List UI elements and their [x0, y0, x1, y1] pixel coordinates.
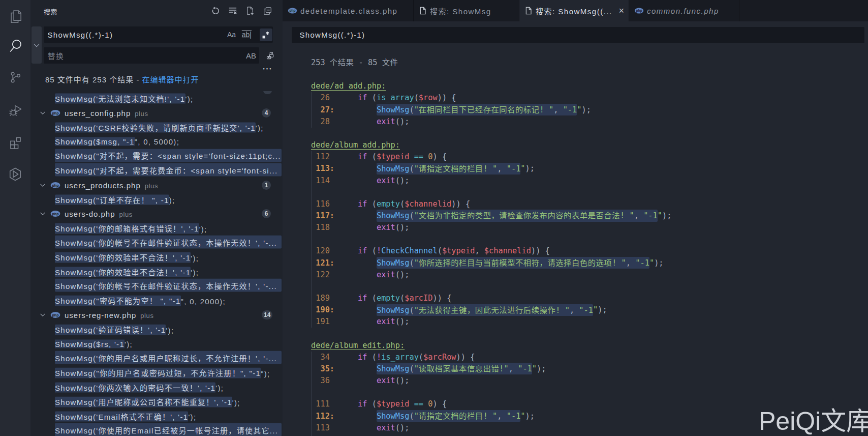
tree-file-row[interactable]: phpusers_config.phpplus4	[30, 105, 283, 120]
search-editor-content[interactable]: 253 个结果 - 85 文件dede/ad_add.php: 26 if (i…	[283, 43, 868, 436]
tree-match-row[interactable]: ShowMsg('CSRF校验失败，请刷新页面重新提交', '-1');	[30, 120, 283, 134]
chevron-down-icon[interactable]	[39, 311, 47, 319]
tree-match-row[interactable]: ShowMsg($rs, '-1');	[30, 337, 283, 351]
more-actions-button[interactable]: ⋯	[260, 63, 274, 73]
toggle-replace-button[interactable]	[32, 26, 42, 64]
tree-match-row[interactable]: ShowMsg('你的效验串不合法！', '-1');	[30, 265, 283, 279]
activity-item-explorer[interactable]	[0, 0, 30, 31]
tree-match-row[interactable]: ShowMsg('你使用的Email已经被另一帐号注册，请使其它...	[30, 423, 283, 436]
code-line: 113: ShowMsg("请指定文档的栏目! ", "-1");	[311, 163, 535, 175]
search-input[interactable]: ShowMsg((.*)-1) Aa ab|	[44, 26, 273, 43]
match-text: ShowMsg('你使用的Email已经被另一帐号注册，请使其它...	[55, 423, 282, 436]
tab-2[interactable]: 搜索: ShowMsg	[414, 0, 519, 21]
activity-item-extensions[interactable]	[0, 127, 30, 157]
match-count-badge: 1	[262, 181, 271, 190]
tree-match-row[interactable]: ShowMsg('你的帐号不在邮件验证状态，本操作无效！', '-...	[30, 236, 283, 250]
tree-match-row[interactable]: ShowMsg($msg, "-1", 0, 5000);	[30, 134, 283, 149]
activity-item-run-and-debug[interactable]	[0, 95, 30, 125]
match-line: ShowMsg('你的邮箱格式有错误！', '-1');	[55, 223, 207, 234]
svg-text:php: php	[52, 212, 59, 216]
tree-match-row[interactable]: ShowMsg("密码不能为空！ ", "-1", 0, 2000);	[30, 294, 283, 308]
chevron-down-icon[interactable]	[39, 109, 47, 117]
code-line: 116 if (empty($channelid)) {	[311, 198, 470, 210]
whole-word-icon[interactable]: ab|	[242, 31, 252, 39]
collapse-all-icon	[263, 7, 272, 15]
match-line: ShowMsg($msg, "-1", 0, 5000);	[55, 137, 179, 146]
editor-group: phpdedetemplate.class.php搜索: ShowMsg搜索: …	[283, 0, 868, 436]
tab-4[interactable]: phpcommon.func.php	[629, 0, 739, 21]
indent-guide	[312, 151, 312, 328]
match-text: ShowMsg("对不起，需要花费金币：<span style='font-si…	[55, 163, 282, 177]
clear-search-results-icon	[228, 6, 237, 15]
open-new-search-editor-button[interactable]	[245, 6, 255, 16]
tree-match-row[interactable]: ShowMsg('你的效验串不合法！', '-1');	[30, 250, 283, 264]
code-line: 117: ShowMsg("文档为非指定的类型，请检查你发布内容的表单是否合法!…	[311, 210, 671, 222]
code-line: 191 exit();	[311, 316, 409, 328]
open-in-editor-link[interactable]: 在编辑器中打开	[142, 75, 199, 84]
code-line: 120 if (!CheckChannel($typeid, $channeli…	[311, 245, 550, 257]
replace-input[interactable]: 替换 AB	[44, 47, 260, 64]
collapse-all-button[interactable]	[262, 6, 272, 16]
activity-item-custom-cube[interactable]	[0, 158, 30, 189]
file-folder: plus	[119, 211, 133, 218]
file-folder: plus	[145, 182, 158, 189]
code-line: 26 if (is_array($row)) {	[311, 92, 456, 104]
regex-icon[interactable]	[260, 28, 272, 41]
tree-file-row[interactable]: phpusers-reg-new.phpplus14	[30, 308, 283, 322]
match-case-icon[interactable]: Aa	[227, 31, 236, 39]
explorer-icon	[9, 8, 22, 23]
match-text: ShowMsg($rs, '-1	[55, 339, 125, 348]
tree-match-row[interactable]: ShowMsg('你的用户名或用户昵称过长，不允许注册！', '-...	[30, 351, 283, 365]
activity-item-source-control[interactable]	[0, 62, 30, 93]
match-rest: ");	[261, 369, 270, 377]
chevron-down-icon[interactable]	[39, 181, 47, 189]
tree-match-row[interactable]: ShowMsg("对不起，需要花费金币：<span style='font-si…	[30, 163, 283, 178]
search-editor-query-box[interactable]: ShowMsg((.*)-1)	[292, 27, 864, 43]
preserve-case-icon[interactable]: AB	[246, 51, 256, 60]
tree-match-row[interactable]: ShowMsg('验证码错误！', '-1');	[30, 322, 283, 336]
match-text: ShowMsg('用户昵称或公司名称不能重复！', '-1	[55, 397, 232, 407]
match-rest: ');	[232, 398, 240, 406]
file-path-link[interactable]: dede/album_edit.php:	[311, 340, 405, 352]
code-line: 118 exit();	[311, 222, 409, 234]
tree-match-row[interactable]: ShowMsg("你的用户名或密码过短，不允许注册！", "-1");	[30, 366, 283, 380]
php-file-icon: php	[50, 312, 60, 318]
regex-glyph	[262, 31, 270, 39]
chevron-down-icon	[33, 42, 40, 49]
match-line: ShowMsg("对不起，需要花费金币：<span style='font-si…	[55, 163, 282, 178]
open-new-search-editor-icon	[245, 6, 255, 15]
results-summary: 85 文件中有 253 个结果 - 在编辑器中打开	[45, 74, 199, 84]
tree-match-row[interactable]: ShowMsg('你两次输入的密码不一致！', '-1');	[30, 380, 283, 394]
file-path-link[interactable]: dede/ad_add.php:	[311, 80, 386, 92]
tree-match-row[interactable]: ShowMsg('Email格式不正确！', '-1');	[30, 409, 283, 423]
match-rest: ');	[215, 384, 224, 392]
match-line: ShowMsg('你的帐号不在邮件验证状态，本操作无效！', '-...	[55, 279, 282, 294]
tab-3[interactable]: 搜索: ShowMsg((...×	[519, 0, 629, 21]
tree-file-row[interactable]: phpusers-do.phpplus6	[30, 207, 283, 221]
search-editor-query-value: ShowMsg((.*)-1)	[300, 31, 365, 39]
close-icon[interactable]: ×	[616, 6, 627, 16]
match-highlight: ShowMsg("请指定文档的栏目! ", "-1	[377, 163, 520, 175]
tree-match-row[interactable]: ShowMsg('你的邮箱格式有错误！', '-1');	[30, 221, 283, 236]
php-file-icon: php	[50, 211, 60, 217]
clear-search-results-button[interactable]	[228, 6, 238, 16]
tree-file-row[interactable]: phpusers_products.phpplus1	[30, 178, 283, 192]
tree-match-row[interactable]: ShowMsg('用户昵称或公司名称不能重复！', '-1');	[30, 394, 283, 409]
match-line: ShowMsg('你使用的Email已经被另一帐号注册，请使其它...	[55, 423, 282, 436]
tab-label: 搜索: ShowMsg	[430, 6, 491, 16]
tab-1[interactable]: phpdedetemplate.class.php	[283, 0, 414, 21]
match-rest: ", 0, 2000);	[181, 297, 226, 305]
tree-match-row[interactable]: ShowMsg("订单不存在！ ", -1);	[30, 192, 283, 207]
replace-all-icon	[266, 51, 274, 60]
tree-match-row[interactable]: ShowMsg('无法浏览未知文档!', '-1');	[30, 91, 283, 105]
tree-match-row[interactable]: ShowMsg("对不起，需要：<span style='font-size:1…	[30, 149, 283, 163]
activity-item-search[interactable]	[0, 31, 30, 61]
match-rest: ');	[256, 123, 264, 132]
refresh-button[interactable]	[210, 6, 221, 16]
search-icon	[8, 38, 23, 54]
match-rest: ", 0, 5000);	[135, 137, 179, 146]
chevron-down-icon[interactable]	[39, 210, 47, 218]
file-path-link[interactable]: dede/album_add.php:	[311, 139, 400, 151]
code-line: 113 exit();	[311, 422, 409, 434]
tree-match-row[interactable]: ShowMsg('你的帐号不在邮件验证状态，本操作无效！', '-...	[30, 279, 283, 293]
